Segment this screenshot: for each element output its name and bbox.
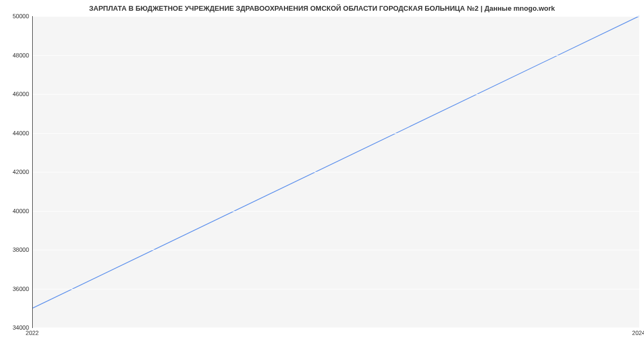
plot-area <box>32 16 639 328</box>
y-tick-label: 38000 <box>5 246 29 253</box>
chart-title: ЗАРПЛАТА В БЮДЖЕТНОЕ УЧРЕЖДЕНИЕ ЗДРАВООХ… <box>0 4 644 12</box>
gridline <box>33 250 639 250</box>
gridline <box>33 55 639 56</box>
gridline <box>33 289 639 289</box>
gridline <box>33 94 639 94</box>
gridline <box>33 328 639 328</box>
svg-line-0 <box>33 16 639 308</box>
x-tick-label: 2024 <box>632 330 644 336</box>
y-tick-label: 42000 <box>5 169 29 175</box>
x-tick-label: 2022 <box>26 330 39 336</box>
y-tick-label: 46000 <box>5 91 29 97</box>
y-tick-label: 40000 <box>5 208 29 214</box>
y-tick-label: 44000 <box>5 130 29 136</box>
y-tick-label: 36000 <box>5 286 29 292</box>
y-tick-label: 50000 <box>5 13 29 19</box>
gridline <box>33 172 639 172</box>
chart-container: ЗАРПЛАТА В БЮДЖЕТНОЕ УЧРЕЖДЕНИЕ ЗДРАВООХ… <box>0 0 644 349</box>
gridline <box>33 211 639 212</box>
gridline <box>33 16 639 17</box>
y-tick-label: 48000 <box>5 52 29 59</box>
gridline <box>33 133 639 134</box>
